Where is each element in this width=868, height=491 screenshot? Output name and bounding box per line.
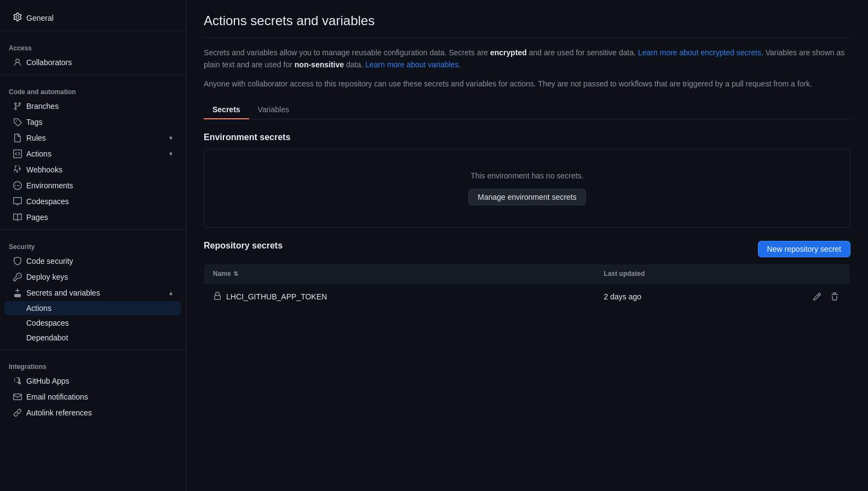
email-icon	[13, 392, 22, 401]
sidebar-sub-dependabot-label: Dependabot	[26, 333, 68, 342]
shield-icon	[13, 257, 22, 265]
sidebar-github-apps-label: GitHub Apps	[26, 377, 70, 385]
sidebar-tags-label: Tags	[26, 118, 43, 126]
rules-icon	[13, 134, 22, 142]
page-title: Actions secrets and variables	[204, 13, 850, 38]
table-cell-name: LHCI_GITHUB_APP_TOKEN	[204, 284, 595, 310]
th-last-updated-label: Last updated	[604, 270, 645, 278]
desc1-text2: and are used for sensitive data.	[527, 48, 638, 57]
sidebar-divider-1	[0, 31, 186, 31]
secret-name: LHCI_GITHUB_APP_TOKEN	[226, 292, 327, 301]
sidebar-item-collaborators[interactable]: Collaborators	[4, 55, 181, 70]
sidebar-sub-item-dependabot[interactable]: Dependabot	[4, 331, 181, 345]
sidebar-sub-item-codespaces[interactable]: Codespaces	[4, 316, 181, 330]
sidebar-divider-2	[0, 74, 186, 75]
gear-icon	[13, 13, 22, 23]
sidebar-item-actions[interactable]: Actions ▾	[4, 146, 181, 161]
sidebar-item-autolink-references[interactable]: Autolink references	[4, 405, 181, 420]
row-action-buttons	[810, 290, 841, 303]
description-2: Anyone with collaborator access to this …	[204, 78, 850, 90]
th-name: Name ⇅	[204, 264, 595, 284]
tab-secrets[interactable]: Secrets	[204, 101, 249, 119]
link-icon	[13, 408, 22, 417]
branch-icon	[13, 102, 22, 111]
sidebar-autolink-label: Autolink references	[26, 408, 92, 417]
sidebar-item-github-apps[interactable]: GitHub Apps	[4, 373, 181, 389]
table-cell-updated: 2 days ago	[595, 284, 850, 310]
table-row: LHCI_GITHUB_APP_TOKEN 2 days ago	[204, 284, 850, 310]
sidebar-branches-label: Branches	[26, 102, 59, 111]
sidebar-item-code-security[interactable]: Code security	[4, 253, 181, 269]
sidebar-item-environments[interactable]: Environments	[4, 178, 181, 193]
edit-secret-button[interactable]	[810, 290, 824, 303]
sidebar-deploy-keys-label: Deploy keys	[26, 273, 68, 281]
sidebar-sub-codespaces-label: Codespaces	[26, 319, 69, 327]
sort-icon: ⇅	[233, 270, 238, 278]
tag-icon	[13, 118, 22, 126]
sidebar-item-general[interactable]: General	[4, 9, 181, 26]
sidebar-section-security: Security	[0, 234, 186, 253]
sidebar-item-pages[interactable]: Pages	[4, 210, 181, 225]
environments-icon	[13, 181, 22, 190]
table-header-row: Name ⇅ Last updated	[204, 264, 850, 284]
delete-secret-button[interactable]	[828, 290, 841, 303]
actions-chevron-icon: ▾	[169, 150, 173, 158]
environment-secrets-box: This environment has no secrets. Manage …	[204, 149, 850, 228]
apps-icon	[13, 377, 22, 385]
sidebar-section-code-automation: Code and automation	[0, 79, 186, 98]
actions-icon	[13, 149, 22, 158]
manage-environment-secrets-button[interactable]: Manage environment secrets	[468, 189, 586, 205]
th-name-label: Name	[213, 270, 231, 278]
main-content: Actions secrets and variables Secrets an…	[186, 0, 868, 491]
empty-state-text: This environment has no secrets.	[470, 171, 583, 180]
th-last-updated: Last updated	[595, 264, 850, 284]
sidebar-item-codespaces[interactable]: Codespaces	[4, 194, 181, 209]
environment-secrets-title: Environment secrets	[204, 132, 850, 142]
variables-link[interactable]: Learn more about variables	[365, 60, 458, 69]
sidebar-sub-item-actions[interactable]: Actions	[4, 301, 181, 315]
sidebar-item-webhooks[interactable]: Webhooks	[4, 162, 181, 177]
repository-secrets-table: Name ⇅ Last updated	[204, 264, 850, 310]
sidebar-webhooks-label: Webhooks	[26, 165, 62, 174]
sidebar-codespaces-label: Codespaces	[26, 197, 69, 206]
sidebar-section-access: Access	[0, 36, 186, 54]
encrypted-secrets-link[interactable]: Learn more about encrypted secrets	[638, 48, 761, 57]
sidebar-rules-label: Rules	[26, 134, 46, 142]
desc1-text4: data.	[344, 60, 365, 69]
repository-secrets-title: Repository secrets	[204, 241, 283, 251]
sidebar-secrets-label: Secrets and variables	[26, 288, 100, 297]
repository-secrets-header: Repository secrets New repository secret	[204, 241, 850, 257]
sidebar-item-tags[interactable]: Tags	[4, 114, 181, 130]
secrets-icon	[13, 288, 22, 297]
sidebar-general-label: General	[26, 14, 54, 22]
last-updated-value: 2 days ago	[604, 292, 642, 301]
key-icon	[13, 273, 22, 281]
sidebar-actions-label: Actions	[26, 149, 51, 158]
table-name-cell: LHCI_GITHUB_APP_TOKEN	[213, 292, 587, 302]
table-row-actions: 2 days ago	[604, 290, 841, 303]
desc1-bold2: non-sensitive	[295, 60, 344, 69]
table-body: LHCI_GITHUB_APP_TOKEN 2 days ago	[204, 284, 850, 310]
sidebar-environments-label: Environments	[26, 181, 73, 190]
tab-variables[interactable]: Variables	[249, 101, 298, 119]
sidebar-item-branches[interactable]: Branches	[4, 99, 181, 114]
webhook-icon	[13, 165, 22, 174]
table-header: Name ⇅ Last updated	[204, 264, 850, 284]
sidebar-section-integrations: Integrations	[0, 354, 186, 373]
sidebar-code-security-label: Code security	[26, 257, 73, 265]
sidebar-item-secrets-and-variables[interactable]: Secrets and variables ▴	[4, 285, 181, 301]
rules-chevron-icon: ▾	[169, 134, 173, 142]
person-icon	[13, 58, 22, 67]
pages-icon	[13, 213, 22, 222]
codespaces-icon	[13, 197, 22, 206]
sidebar-item-email-notifications[interactable]: Email notifications	[4, 389, 181, 405]
new-repository-secret-button[interactable]: New repository secret	[758, 241, 850, 257]
sidebar-item-rules[interactable]: Rules ▾	[4, 130, 181, 146]
lock-icon	[213, 292, 222, 302]
sidebar-email-notifications-label: Email notifications	[26, 392, 88, 401]
tabs-container: Secrets Variables	[204, 101, 850, 119]
sidebar-item-deploy-keys[interactable]: Deploy keys	[4, 269, 181, 285]
th-name-content: Name ⇅	[213, 270, 587, 278]
sidebar-pages-label: Pages	[26, 213, 48, 222]
sidebar-divider-4	[0, 349, 186, 350]
